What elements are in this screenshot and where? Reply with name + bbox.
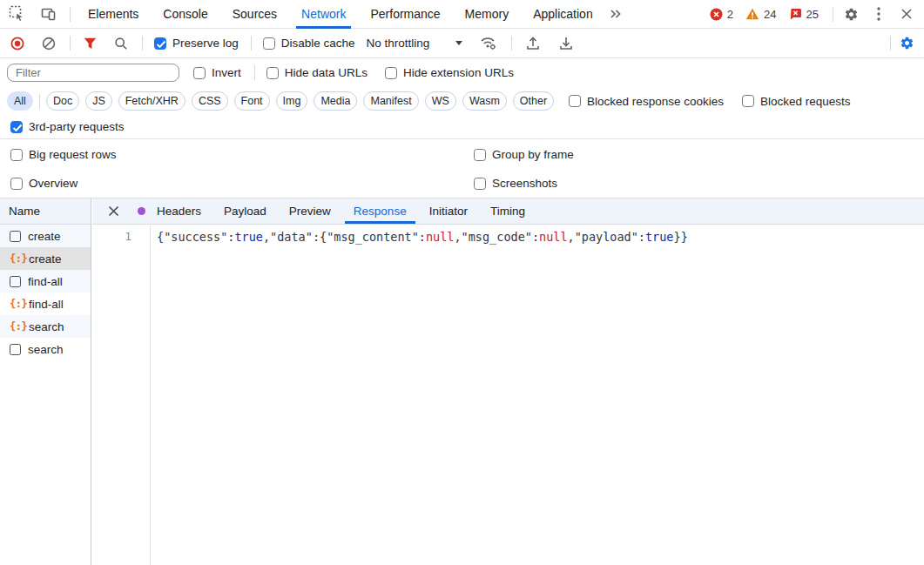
options-row-2: Overview Screenshots xyxy=(0,169,924,198)
screenshots-checkbox[interactable]: Screenshots xyxy=(474,177,557,190)
overview-checkbox[interactable]: Overview xyxy=(10,177,78,190)
search-icon[interactable] xyxy=(111,33,132,54)
detail-tab-timing[interactable]: Timing xyxy=(479,198,536,224)
request-row[interactable]: search xyxy=(0,338,91,360)
third-party-row: 3rd-party requests xyxy=(0,115,924,139)
network-toolbar: Preserve log Disable cache No throttling xyxy=(0,29,924,58)
document-icon xyxy=(10,276,21,287)
blocked-response-cookies-checkbox[interactable]: Blocked response cookies xyxy=(569,95,724,108)
response-content[interactable]: {"success":true,"data":{"msg_content":nu… xyxy=(151,225,688,565)
main-tabs: ElementsConsoleSourcesNetworkPerformance… xyxy=(76,0,605,29)
filter-icon[interactable] xyxy=(79,33,100,54)
more-tabs-icon[interactable] xyxy=(605,3,626,24)
chip-wasm[interactable]: Wasm xyxy=(462,91,507,111)
filter-bar: Invert Hide data URLs Hide extension URL… xyxy=(0,58,924,87)
big-request-rows-checkbox[interactable]: Big request rows xyxy=(10,148,117,161)
request-name: search xyxy=(28,343,64,356)
chip-font[interactable]: Font xyxy=(234,91,270,111)
settings-gear-icon[interactable] xyxy=(840,3,861,24)
group-by-frame-checkbox[interactable]: Group by frame xyxy=(474,148,574,161)
detail-tab-response[interactable]: Response xyxy=(342,198,418,224)
close-detail-icon[interactable] xyxy=(103,201,124,222)
request-row[interactable]: {:}search xyxy=(0,315,91,338)
network-request-table: Name create{:}createfind-all{:}find-all{… xyxy=(0,198,924,565)
invert-checkbox[interactable]: Invert xyxy=(193,66,241,79)
export-har-icon[interactable] xyxy=(556,33,577,54)
line-number-gutter: 1 xyxy=(92,225,151,565)
tab-performance[interactable]: Performance xyxy=(358,0,452,29)
close-devtools-icon[interactable] xyxy=(896,3,917,24)
throttling-select[interactable]: No throttling xyxy=(367,37,430,50)
response-view: 1 {"success":true,"data":{"msg_content":… xyxy=(92,225,924,565)
tab-sources[interactable]: Sources xyxy=(220,0,289,29)
hide-extension-urls-checkbox[interactable]: Hide extension URLs xyxy=(385,66,514,79)
request-name: find-all xyxy=(28,275,63,288)
fetch-icon: {:} xyxy=(10,320,22,333)
request-name: find-all xyxy=(29,298,64,311)
error-icon xyxy=(710,8,723,21)
options-row-1: Big request rows Group by frame xyxy=(0,140,924,169)
detail-tab-headers[interactable]: Headers xyxy=(145,198,212,224)
import-har-icon[interactable] xyxy=(523,33,543,54)
devtools-window: ElementsConsoleSourcesNetworkPerformance… xyxy=(0,0,924,565)
tab-network[interactable]: Network xyxy=(289,0,358,29)
request-row[interactable]: find-all xyxy=(0,270,91,293)
hide-data-urls-checkbox[interactable]: Hide data URLs xyxy=(266,66,368,79)
device-toolbar-icon[interactable] xyxy=(38,3,59,24)
more-options-icon[interactable] xyxy=(868,3,889,24)
request-name-column: Name create{:}createfind-all{:}find-all{… xyxy=(0,198,91,565)
detail-tab-payload[interactable]: Payload xyxy=(212,198,278,224)
request-status-dot xyxy=(138,207,145,215)
third-party-requests-checkbox[interactable]: 3rd-party requests xyxy=(10,120,125,133)
network-conditions-icon[interactable] xyxy=(478,33,499,54)
filter-input[interactable] xyxy=(7,64,179,82)
detail-tab-preview[interactable]: Preview xyxy=(278,198,342,224)
request-row[interactable]: create xyxy=(0,225,91,247)
fetch-icon: {:} xyxy=(10,252,22,265)
chip-fetch-xhr[interactable]: Fetch/XHR xyxy=(118,91,185,111)
clear-network-log-icon[interactable] xyxy=(38,33,59,54)
chip-css[interactable]: CSS xyxy=(192,91,228,111)
tab-application[interactable]: Application xyxy=(521,0,605,29)
document-icon xyxy=(10,344,21,355)
chip-all[interactable]: All xyxy=(7,91,33,111)
request-name: create xyxy=(28,230,61,243)
throttling-dropdown-arrow-icon[interactable] xyxy=(455,41,462,45)
resource-chips-row: AllDocJSFetch/XHRCSSFontImgMediaManifest… xyxy=(0,87,924,115)
inspect-element-icon[interactable] xyxy=(7,3,28,24)
request-row[interactable]: {:}create xyxy=(0,247,91,270)
fetch-icon: {:} xyxy=(10,298,22,310)
request-name: search xyxy=(29,320,64,333)
chip-ws[interactable]: WS xyxy=(425,91,456,111)
blocked-requests-checkbox[interactable]: Blocked requests xyxy=(742,95,851,108)
chip-js[interactable]: JS xyxy=(85,91,112,111)
document-icon xyxy=(10,231,21,242)
request-row[interactable]: {:}find-all xyxy=(0,293,91,315)
request-detail-panel: HeadersPayloadPreviewResponseInitiatorTi… xyxy=(92,198,924,565)
warning-badge[interactable]: 24 xyxy=(745,8,776,21)
chip-media[interactable]: Media xyxy=(314,91,357,111)
detail-tabs: HeadersPayloadPreviewResponseInitiatorTi… xyxy=(92,198,924,225)
warning-icon xyxy=(745,8,759,20)
preserve-log-checkbox[interactable]: Preserve log xyxy=(154,37,239,50)
issues-icon xyxy=(789,8,802,20)
error-badge[interactable]: 2 xyxy=(710,8,733,21)
main-tab-bar: ElementsConsoleSourcesNetworkPerformance… xyxy=(0,0,924,29)
network-settings-gear-icon[interactable] xyxy=(896,33,917,54)
detail-tab-initiator[interactable]: Initiator xyxy=(418,198,479,224)
tab-console[interactable]: Console xyxy=(151,0,219,29)
tab-memory[interactable]: Memory xyxy=(453,0,522,29)
disable-cache-checkbox[interactable]: Disable cache xyxy=(263,37,355,50)
chip-other[interactable]: Other xyxy=(513,91,554,111)
request-name: create xyxy=(29,252,62,266)
chip-manifest[interactable]: Manifest xyxy=(363,91,418,111)
chip-img[interactable]: Img xyxy=(276,91,308,111)
chip-doc[interactable]: Doc xyxy=(46,91,79,111)
issues-badge[interactable]: 25 xyxy=(789,8,819,21)
record-network-log-icon[interactable] xyxy=(7,33,28,54)
tab-elements[interactable]: Elements xyxy=(76,0,151,29)
name-column-header[interactable]: Name xyxy=(0,198,91,225)
